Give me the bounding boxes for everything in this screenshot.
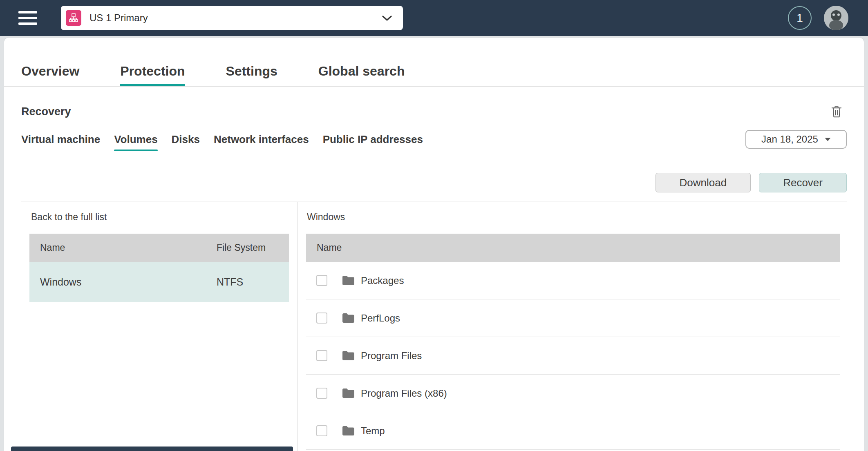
tab-public-ip-addresses[interactable]: Public IP addresses: [323, 133, 423, 146]
folders-table: Name Packages PerfLogs: [306, 234, 840, 450]
volumes-pane: Back to the full list Name File System W…: [21, 202, 297, 451]
folder-icon: [342, 313, 355, 324]
divider: [21, 160, 847, 160]
recovery-subtabs-row: Virtual machine Volumes Disks Network in…: [21, 130, 847, 149]
folder-name: Program Files: [361, 350, 422, 362]
recovery-subtabs: Virtual machine Volumes Disks Network in…: [21, 133, 423, 146]
folder-icon: [342, 425, 355, 436]
folder-row[interactable]: Packages: [306, 262, 840, 299]
machine-selector-dropdown[interactable]: US 1 Primary: [61, 6, 403, 30]
folder-name: Temp: [361, 425, 385, 437]
page-title: Recovery: [21, 105, 71, 118]
folder-checkbox[interactable]: [316, 275, 327, 286]
tab-volumes[interactable]: Volumes: [114, 133, 157, 146]
delete-recovery-point-button[interactable]: [830, 105, 843, 118]
machine-selector-value: US 1 Primary: [89, 12, 148, 24]
folder-icon: [342, 350, 355, 361]
column-header-name: Name: [317, 242, 342, 253]
folder-checkbox[interactable]: [316, 425, 327, 436]
folder-row[interactable]: PerfLogs: [306, 299, 840, 337]
folder-row[interactable]: Program Files: [306, 337, 840, 375]
tab-global-search[interactable]: Global search: [318, 64, 405, 86]
trash-icon: [830, 105, 843, 118]
volume-row[interactable]: Windows NTFS: [29, 262, 289, 302]
divider: [4, 86, 864, 87]
tab-protection[interactable]: Protection: [120, 64, 185, 86]
divider: [21, 201, 847, 201]
date-picker-value: Jan 18, 2025: [761, 134, 818, 145]
main-card: Overview Protection Settings Global sear…: [4, 38, 864, 451]
bottom-edge-bar: [11, 447, 293, 451]
recovery-header: Recovery: [21, 104, 847, 119]
folder-name: PerfLogs: [361, 313, 400, 324]
hamburger-bar: [18, 11, 37, 13]
folder-checkbox[interactable]: [316, 313, 327, 324]
hamburger-bar: [18, 22, 37, 25]
main-tabs: Overview Protection Settings Global sear…: [21, 38, 847, 86]
user-avatar[interactable]: [824, 6, 848, 30]
cell-volume-name: Windows: [40, 276, 217, 288]
machine-icon: [66, 10, 81, 26]
tab-network-interfaces[interactable]: Network interfaces: [214, 133, 309, 146]
chevron-down-icon: [382, 15, 392, 21]
notification-badge[interactable]: 1: [788, 6, 812, 30]
caret-down-icon: [825, 138, 831, 141]
app-root: US 1 Primary 1 Overview: [0, 0, 868, 451]
topbar-right-group: 1: [788, 6, 848, 30]
folders-table-header: Name: [306, 234, 840, 262]
date-picker-button[interactable]: Jan 18, 2025: [745, 130, 847, 149]
tab-virtual-machine[interactable]: Virtual machine: [21, 133, 100, 146]
hamburger-menu-button[interactable]: [18, 11, 37, 25]
folder-checkbox[interactable]: [316, 388, 327, 399]
volumes-table: Name File System Windows NTFS: [29, 234, 289, 302]
folder-name: Program Files (x86): [361, 388, 447, 399]
folder-row[interactable]: Temp: [306, 412, 840, 450]
folder-name: Packages: [361, 275, 404, 286]
folder-browser-pane: Windows Name Packages: [306, 202, 847, 451]
folder-checkbox[interactable]: [316, 350, 327, 361]
top-bar: US 1 Primary 1: [0, 0, 868, 36]
vertical-divider: [297, 202, 298, 451]
column-header-file-system: File System: [217, 242, 266, 253]
tab-settings[interactable]: Settings: [226, 64, 277, 86]
hamburger-bar: [18, 17, 37, 19]
download-button[interactable]: Download: [655, 173, 751, 192]
back-to-full-list-link[interactable]: Back to the full list: [31, 211, 297, 223]
volumes-table-header: Name File System: [29, 234, 289, 262]
recovery-content-split: Back to the full list Name File System W…: [21, 202, 847, 451]
recover-button[interactable]: Recover: [759, 173, 847, 192]
action-buttons-row: Download Recover: [21, 173, 847, 192]
folder-icon: [342, 388, 355, 399]
browser-volume-title: Windows: [307, 211, 847, 223]
tab-disks[interactable]: Disks: [172, 133, 200, 146]
column-header-name: Name: [40, 242, 217, 253]
tab-overview[interactable]: Overview: [21, 64, 79, 86]
folder-row[interactable]: Program Files (x86): [306, 375, 840, 412]
cell-file-system: NTFS: [217, 276, 243, 288]
folder-icon: [342, 275, 355, 286]
